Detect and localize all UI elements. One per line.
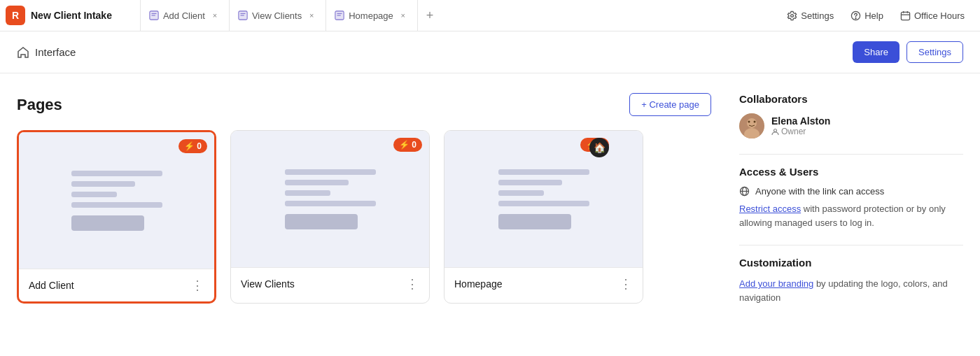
page-mockup-add-client (71, 171, 162, 231)
mockup-line (285, 180, 349, 185)
page-mockup-homepage (498, 169, 589, 229)
panel-divider-2 (739, 245, 963, 245)
customization-section: Customization Add your branding by updat… (739, 257, 963, 304)
mockup-line (285, 190, 330, 196)
tab-view-clients-close[interactable]: × (306, 10, 317, 21)
topbar-settings-button[interactable]: Settings (780, 7, 841, 24)
pages-title: Pages (17, 96, 62, 114)
access-section: Access & Users Anyone with the link can … (739, 166, 963, 229)
tab-add-client[interactable]: Add Client × (141, 0, 230, 31)
interface-settings-button[interactable]: Settings (906, 41, 963, 63)
svg-point-24 (774, 129, 777, 131)
page-card-homepage[interactable]: ⚡0 🏠 Homepage ⋮ (444, 130, 643, 304)
topbar-settings-label: Settings (801, 10, 834, 21)
right-panel: Collaborators Elena Alston (739, 93, 963, 320)
tab-homepage-close[interactable]: × (398, 10, 409, 21)
tab-homepage[interactable]: Homepage × (326, 0, 418, 31)
share-button[interactable]: Share (853, 41, 899, 63)
person-icon (771, 128, 779, 136)
topbar: R New Client Intake Add Client × View Cl… (0, 0, 980, 31)
tab-view-clients-label: View Clients (252, 10, 302, 21)
help-icon (850, 10, 861, 21)
page-card-view-clients-name: View Clients (241, 278, 295, 290)
mockup-line (498, 180, 562, 185)
app-title: New Client Intake (31, 10, 112, 21)
collaborator-row: Elena Alston Owner (739, 113, 963, 138)
page-card-homepage-home-badge: 🏠 (589, 138, 609, 157)
access-description: Anyone with the link can access (755, 186, 884, 197)
mockup-line (498, 169, 589, 175)
tab-view-clients[interactable]: View Clients × (230, 0, 326, 31)
mockup-block (71, 215, 144, 231)
mockup-block (285, 214, 358, 229)
access-row: Anyone with the link can access (739, 186, 963, 197)
page-card-view-clients-badge: ⚡0 (393, 138, 422, 152)
mockup-line (285, 201, 376, 206)
avatar-svg (739, 113, 764, 138)
mockup-line (285, 169, 376, 175)
restrict-access-link[interactable]: Restrict access (739, 204, 801, 214)
svg-rect-15 (901, 12, 909, 20)
customization-description: Add your branding by updating the logo, … (739, 277, 963, 304)
interface-bar: Interface Share Settings (0, 31, 980, 73)
globe-icon (739, 186, 750, 197)
tab-add-client-label: Add Client (163, 10, 205, 21)
collaborator-avatar (739, 113, 764, 138)
add-tab-button[interactable]: + (418, 8, 442, 23)
topbar-help-button[interactable]: Help (844, 7, 890, 24)
page-card-view-clients-footer: View Clients ⋮ (231, 267, 429, 300)
app-logo: R (6, 6, 25, 25)
main-content: Pages + Create page ⚡0 (0, 73, 980, 339)
collaborators-section: Collaborators Elena Alston (739, 93, 963, 138)
page-card-add-client-badge: ⚡0 (178, 139, 207, 153)
interface-bar-right: Share Settings (853, 41, 963, 63)
mockup-line (71, 202, 162, 208)
mockup-line (498, 190, 544, 196)
tab-add-client-icon (149, 10, 159, 20)
page-card-add-client-menu[interactable]: ⋮ (191, 278, 204, 293)
tab-homepage-icon (335, 10, 344, 20)
interface-label: Interface (17, 46, 76, 59)
page-card-view-clients-preview: ⚡0 (231, 131, 429, 267)
page-card-homepage-name: Homepage (454, 278, 503, 290)
svg-point-12 (791, 14, 794, 17)
page-card-add-client-footer: Add Client ⋮ (19, 269, 214, 301)
page-card-homepage-footer: Homepage ⋮ (444, 267, 643, 300)
access-full-description: Restrict access with password protection… (739, 202, 963, 229)
page-mockup-view-clients (285, 169, 376, 229)
page-card-add-client-name: Add Client (29, 280, 74, 291)
page-card-view-clients[interactable]: ⚡0 View Clients ⋮ (230, 130, 430, 304)
pages-header: Pages + Create page (17, 93, 711, 116)
mockup-line (71, 181, 135, 187)
panel-divider (739, 154, 963, 155)
mockup-line (71, 171, 162, 176)
topbar-office-hours-button[interactable]: Office Hours (893, 7, 972, 24)
topbar-office-hours-label: Office Hours (914, 10, 965, 21)
access-title: Access & Users (739, 166, 963, 178)
customization-title: Customization (739, 257, 963, 269)
tab-homepage-label: Homepage (349, 10, 393, 21)
svg-point-23 (754, 121, 756, 123)
pages-grid: ⚡0 Add Client ⋮ (17, 130, 711, 304)
page-card-homepage-preview: ⚡0 🏠 (444, 131, 643, 267)
tab-home[interactable] (120, 0, 141, 31)
page-card-view-clients-menu[interactable]: ⋮ (406, 276, 419, 292)
add-branding-link[interactable]: Add your branding (739, 278, 813, 289)
calendar-icon (900, 10, 911, 21)
svg-point-14 (855, 17, 856, 18)
mockup-block (498, 214, 571, 229)
tab-add-client-close[interactable]: × (209, 10, 220, 21)
settings-icon (787, 10, 797, 21)
topbar-right: Settings Help Office Hours (780, 7, 980, 24)
page-card-add-client[interactable]: ⚡0 Add Client ⋮ (17, 130, 216, 304)
mockup-line (71, 192, 117, 197)
tabs-container: Add Client × View Clients × Homepage × + (120, 0, 780, 31)
collaborator-name: Elena Alston (771, 115, 830, 127)
tab-view-clients-icon (238, 10, 248, 20)
pages-section: Pages + Create page ⚡0 (17, 93, 711, 320)
page-card-homepage-menu[interactable]: ⋮ (620, 276, 633, 292)
interface-home-icon (17, 46, 29, 59)
create-page-button[interactable]: + Create page (629, 93, 711, 116)
collaborator-info: Elena Alston Owner (771, 115, 830, 136)
collaborators-title: Collaborators (739, 93, 963, 105)
